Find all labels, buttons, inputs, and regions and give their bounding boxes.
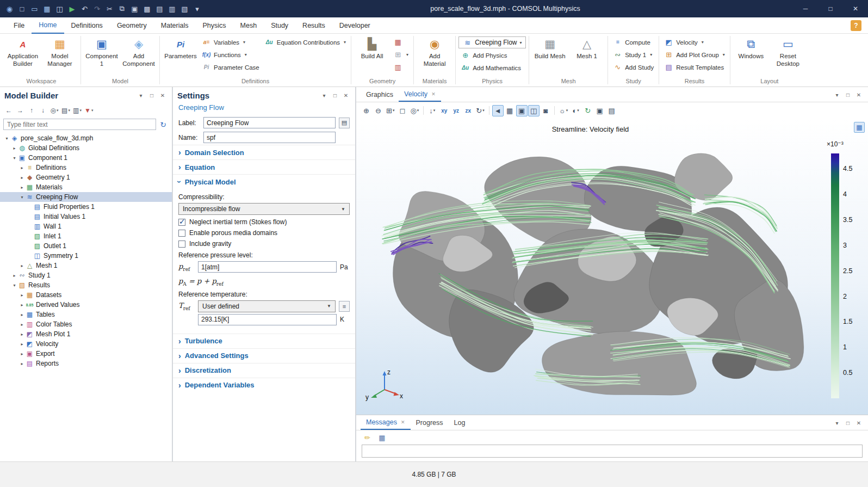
run-icon[interactable]: ▶	[66, 2, 78, 15]
back-button[interactable]: ←	[3, 105, 14, 116]
move-up-button[interactable]: ↑	[26, 105, 37, 116]
tree-item-velocity[interactable]: ▸◩Velocity	[0, 339, 172, 349]
expand-icon[interactable]: ▸	[18, 263, 26, 268]
go-to-default-view-button[interactable]: ◎▾	[408, 105, 420, 116]
model-builder-close-button[interactable]: ✕	[158, 90, 168, 100]
plot-window-icon[interactable]: ▥	[166, 2, 178, 15]
close-tab-icon[interactable]: ✕	[431, 91, 436, 97]
section-domain-selection[interactable]: › Domain Selection	[173, 145, 355, 159]
tree-item-materials[interactable]: ▸▦Materials	[0, 182, 172, 192]
tree-item-study-1[interactable]: ▸∾Study 1	[0, 270, 172, 280]
zoom-box-button[interactable]: ⊞▾	[385, 105, 396, 116]
toolbar-layout-button[interactable]: ▥▾	[72, 105, 83, 116]
expand-icon[interactable]: ▸	[18, 322, 26, 327]
menu-tab-home[interactable]: Home	[32, 17, 64, 34]
geometry-import-button[interactable]: ▦	[391, 36, 411, 48]
filter-button[interactable]: ▼▾	[83, 105, 94, 116]
tree-item-export[interactable]: ▸▣Export	[0, 349, 172, 359]
graphics-canvas-area[interactable]: Streamline: Velocity field ▦ ×10⁻³ 4.543…	[356, 119, 868, 415]
windows-button[interactable]: ⧉Windows	[733, 35, 769, 60]
tree-item-results[interactable]: ▾▧Results	[0, 280, 172, 290]
tab-messages[interactable]: Messages✕	[361, 415, 411, 430]
tree-item-component-1[interactable]: ▾▣Component 1	[0, 153, 172, 163]
open-icon[interactable]: ▭	[28, 2, 41, 15]
add-material-button[interactable]: ◉Add Material	[417, 35, 452, 68]
clear-messages-button[interactable]: ✏	[362, 432, 373, 443]
play-sound-button[interactable]: ◄	[492, 105, 504, 116]
expand-icon[interactable]: ▸	[18, 312, 26, 317]
tab-velocity[interactable]: Velocity✕	[399, 87, 441, 102]
forward-button[interactable]: →	[15, 105, 26, 116]
menu-tab-mesh[interactable]: Mesh	[233, 17, 264, 34]
tree-item-mesh-plot-1[interactable]: ▸◩Mesh Plot 1	[0, 329, 172, 339]
graphics-menu-button[interactable]: ▾	[832, 90, 842, 100]
result-templates-button[interactable]: ▤Result Templates	[662, 61, 727, 73]
help-button[interactable]: ?	[851, 20, 861, 31]
table-window-icon[interactable]: ▤	[153, 2, 166, 15]
plot-properties-button[interactable]: ▦	[854, 122, 865, 133]
update-plot-button[interactable]: ↻	[582, 105, 593, 116]
expand-icon[interactable]: ▸	[18, 165, 26, 170]
refresh-button[interactable]: ↻	[158, 119, 169, 130]
expand-icon[interactable]: ▸	[18, 361, 26, 366]
scene-light-button[interactable]: ☼▾	[557, 105, 569, 116]
equation-contributions-button[interactable]: ΔuEquation Contributions▾	[263, 36, 348, 48]
velocity-button[interactable]: ◩Velocity▾	[662, 36, 727, 48]
expand-icon[interactable]: ▸	[18, 185, 26, 190]
tree-item-reports[interactable]: ▸▤Reports	[0, 359, 172, 368]
expand-icon[interactable]: ▸	[18, 175, 26, 180]
zoom-out-button[interactable]: ⊖	[373, 105, 384, 116]
compressibility-select[interactable]: Incompressible flow ▼	[178, 203, 350, 215]
section-discretization[interactable]: › Discretization	[173, 363, 355, 378]
show-button[interactable]: ◎▾	[49, 105, 60, 116]
functions-button[interactable]: f(x)Functions▾	[200, 49, 262, 60]
tree-item-pore-scale-flow-3d-mph[interactable]: ▾◈pore_scale_flow_3d.mph	[0, 133, 172, 143]
zoom-in-button[interactable]: ⊕	[361, 105, 372, 116]
expand-icon[interactable]: ▸	[11, 146, 18, 151]
study-1-button[interactable]: ∾Study 1▾	[611, 49, 656, 60]
settings-menu-button[interactable]: ▾	[319, 90, 329, 100]
filter-input[interactable]	[3, 119, 156, 130]
menu-tab-geometry[interactable]: Geometry	[110, 17, 154, 34]
preview-icon[interactable]: ◫	[53, 2, 66, 15]
section-turbulence[interactable]: › Turbulence	[173, 334, 355, 348]
view-xy-button[interactable]: xy	[438, 105, 450, 116]
variables-button[interactable]: a=Variables▾	[200, 36, 262, 48]
tree-item-initial-values-1[interactable]: ▤Initial Values 1	[0, 212, 172, 221]
expand-icon[interactable]: ▸	[18, 293, 26, 298]
temperature-list-button[interactable]: ≡	[339, 301, 350, 312]
tree-item-fluid-properties-1[interactable]: ▤Fluid Properties 1	[0, 202, 172, 212]
section-physical-model[interactable]: › Physical Model	[173, 174, 355, 189]
temperature-input[interactable]	[198, 314, 337, 325]
add-component-button[interactable]: ◈Add Component	[121, 35, 157, 68]
maximize-button[interactable]: □	[818, 0, 843, 17]
label-toggle-button[interactable]: ▤	[339, 118, 350, 128]
environment-button[interactable]: ◐▾	[570, 105, 581, 116]
expand-icon[interactable]: ▸	[18, 352, 26, 356]
model-tree-node-text-button[interactable]: ▤▾	[60, 105, 71, 116]
messages-menu-button[interactable]: ▾	[832, 418, 842, 428]
add-study-button[interactable]: ∿Add Study	[611, 61, 656, 73]
parameter-case-button[interactable]: PiParameter Case	[200, 61, 262, 73]
checkbox-include-gravity[interactable]: Include gravity	[178, 240, 350, 248]
redo-icon[interactable]: ↷	[91, 2, 103, 15]
settings-close-button[interactable]: ✕	[341, 90, 351, 100]
image-view-button[interactable]: ▣	[516, 105, 528, 116]
label-input[interactable]	[203, 117, 336, 128]
collapse-icon[interactable]: ▾	[11, 283, 18, 288]
reference-pressure-input[interactable]	[198, 261, 337, 273]
messages-float-button[interactable]: □	[843, 418, 853, 428]
add-physics-button[interactable]: ⊕Add Physics	[458, 50, 526, 61]
tree-item-creeping-flow[interactable]: ▾≋Creeping Flow	[0, 192, 172, 202]
menu-tab-physics[interactable]: Physics	[195, 17, 233, 34]
print-button[interactable]: ▤	[606, 105, 617, 116]
3d-scene[interactable]	[356, 119, 868, 415]
menu-tab-file[interactable]: File	[7, 17, 32, 34]
component-1-button[interactable]: ▣Component 1	[84, 35, 120, 68]
cut-icon[interactable]: ✂	[103, 2, 116, 15]
model-manager-button[interactable]: ▦Model Manager	[42, 35, 78, 68]
tree-item-datasets[interactable]: ▸▦Datasets	[0, 290, 172, 300]
tree-item-outlet-1[interactable]: ▨Outlet 1	[0, 241, 172, 251]
reset-desktop-button[interactable]: ▭Reset Desktop	[770, 35, 806, 68]
tree-item-color-tables[interactable]: ▸▥Color Tables	[0, 319, 172, 329]
